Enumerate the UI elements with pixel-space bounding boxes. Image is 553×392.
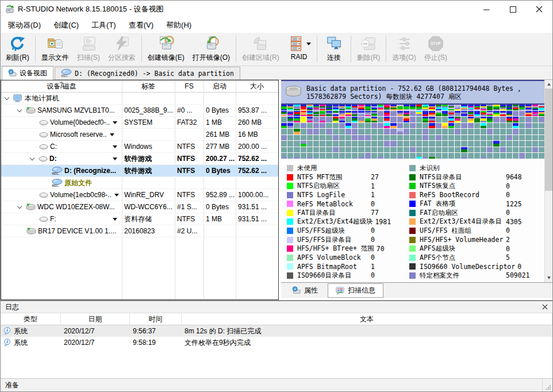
- toolbar-button-S61[interactable]: STOP停止(S): [420, 33, 451, 66]
- scroll-down-icon[interactable]: [545, 274, 552, 282]
- toolbar-button-R00[interactable]: 刷新(R): [2, 33, 33, 66]
- column-header-0[interactable]: 设备/磁盘: [1, 80, 122, 92]
- toolbar-button-E20[interactable]: 创建镜像(E): [144, 33, 189, 66]
- scan-block-map[interactable]: [281, 105, 544, 160]
- raid-icon: [287, 35, 305, 52]
- map-cell: [455, 141, 460, 147]
- panel-tab-0[interactable]: i属性: [285, 284, 325, 297]
- legend-item: 未识别: [409, 164, 540, 173]
- toolbar-button-R30[interactable]: 创建区域(R): [238, 33, 283, 66]
- map-cell: [455, 147, 460, 153]
- map-cell: [365, 129, 371, 134]
- toolbar-button-10[interactable]: 显示文件: [37, 33, 73, 66]
- partition-info-banner: Basic data partition - 752.62 GB (808121…: [281, 80, 544, 105]
- device-row-7[interactable]: REC.原始文件: [1, 177, 278, 189]
- expander-icon[interactable]: [30, 155, 34, 160]
- log-column-header-2[interactable]: 时间: [130, 313, 182, 325]
- dropdown-arrow-icon[interactable]: [113, 218, 117, 221]
- log-row-0[interactable]: i系统2020/12/79:56:378m 12s 的 D: 扫描已完成: [1, 325, 552, 337]
- menu-item-2[interactable]: 工具(T): [85, 18, 122, 33]
- device-row-1[interactable]: SAMSUNG MZVLB1T0...0025_388B_9...#0 ...0…: [1, 105, 278, 117]
- toolbar-button-O21[interactable]: 打开镜像(O): [189, 33, 234, 66]
- dropdown-arrow-icon[interactable]: [113, 157, 117, 160]
- toolbar-button-RAID31[interactable]: RAID: [283, 33, 315, 66]
- map-cell: [461, 117, 467, 122]
- sort-indicator-icon: [59, 81, 64, 83]
- map-cell: [397, 105, 403, 110]
- map-cell: [461, 123, 467, 129]
- device-row-3[interactable]: Microsoft reserve..261 MB16 MB: [1, 129, 278, 141]
- map-cell: [294, 129, 299, 134]
- dropdown-arrow-icon[interactable]: [110, 133, 114, 136]
- expander-icon[interactable]: [17, 203, 22, 208]
- log-column-header-1[interactable]: 日期: [61, 313, 130, 325]
- panel-tab-1[interactable]: 扫描信息: [328, 283, 383, 298]
- view-tab-1[interactable]: REC.D: (Recognized0) -> Basic data parti…: [55, 67, 240, 79]
- menu-item-3[interactable]: 查看(V): [122, 18, 160, 33]
- menu-item-4[interactable]: 帮助(H): [160, 18, 198, 33]
- expander-icon[interactable]: [17, 107, 22, 112]
- log-close-icon[interactable]: [542, 304, 548, 310]
- map-cell: [397, 117, 403, 122]
- toolbar-button-12[interactable]: 分区搜索: [104, 33, 140, 66]
- map-cell: [442, 117, 448, 122]
- log-column-header-0[interactable]: 类型: [1, 313, 61, 325]
- svg-text:i: i: [10, 70, 11, 74]
- toolbar-button-40[interactable]: 连接: [319, 33, 349, 66]
- view-tab-bar: i设备视图REC.D: (Recognized0) -> Basic data …: [1, 66, 552, 80]
- device-row-0[interactable]: 本地计算机: [1, 93, 278, 105]
- dropdown-arrow-icon[interactable]: [113, 121, 117, 124]
- column-header-2[interactable]: FS: [175, 80, 203, 92]
- log-column-header-3[interactable]: 文本: [182, 313, 552, 325]
- resize-grip[interactable]: [543, 379, 552, 391]
- map-cell: [481, 111, 486, 117]
- expander-icon[interactable]: [5, 95, 9, 99]
- legend-color-chip: [409, 174, 416, 180]
- map-cell: [455, 111, 460, 117]
- dropdown-arrow-icon[interactable]: [114, 194, 119, 197]
- column-header-4[interactable]: 大小: [236, 80, 278, 92]
- map-cell: [339, 111, 345, 117]
- device-row-11[interactable]: BR17 DEVICE V1.00 1....20160823#2 U...: [1, 225, 278, 237]
- map-cell: [416, 153, 422, 159]
- toolbar-button-R50[interactable]: 删除(R): [353, 33, 385, 66]
- device-row-10[interactable]: F:资料存储NTFS1 MB931.51 ...: [1, 213, 278, 225]
- menu-item-1[interactable]: 创建(C): [47, 18, 85, 33]
- device-row-5[interactable]: D:软件游戏NTFS200.27 ...752.62 ...: [1, 153, 278, 165]
- map-cell: [461, 141, 467, 147]
- device-row-6[interactable]: REC.D: (Recognize...软件游戏NTFS0 Bytes752.6…: [1, 165, 278, 177]
- map-cell: [525, 105, 531, 110]
- map-cell: [506, 141, 512, 147]
- map-cell: [519, 117, 525, 122]
- map-cell: [378, 111, 383, 117]
- svg-text:REC.: REC.: [52, 172, 60, 175]
- map-cell: [371, 129, 377, 134]
- map-cell: [294, 105, 299, 110]
- view-tab-0[interactable]: i设备视图: [2, 66, 53, 80]
- column-header-3[interactable]: 启动: [203, 80, 236, 92]
- menu-item-0[interactable]: 驱动器(D): [2, 18, 47, 33]
- device-row-8[interactable]: Volume{1ecb0c98-..WinRE_DRVNTFS952.89 ..…: [1, 189, 278, 201]
- minimize-button[interactable]: [473, 1, 500, 18]
- legend-color-chip: [409, 255, 416, 261]
- legend-color-chip: [287, 272, 293, 279]
- map-cell: [326, 129, 332, 134]
- toolbar-button-S11[interactable]: 扫描(S): [73, 33, 104, 66]
- device-row-4[interactable]: C:WindowsNTFS277 MB200.00 ...: [1, 141, 278, 153]
- log-row-1[interactable]: i系统2020/12/79:58:19文件枚举在9秒内完成: [1, 337, 552, 348]
- legend-item: NTFS目录条目9648: [409, 173, 540, 182]
- dropdown-arrow-icon[interactable]: [306, 43, 311, 45]
- map-cell: [487, 105, 493, 110]
- device-row-2[interactable]: Volume{0bedecf0-..SYSTEMFAT321 MB260 MB: [1, 117, 278, 129]
- close-button[interactable]: [526, 1, 552, 18]
- scroll-up-icon[interactable]: [545, 80, 552, 89]
- maximize-button[interactable]: [500, 1, 526, 18]
- scroll-thumb[interactable]: [545, 89, 552, 191]
- log-table-header: 类型日期时间文本: [1, 313, 552, 325]
- column-header-1[interactable]: 标签: [122, 80, 175, 92]
- device-row-9[interactable]: WDC WD10EZEX-08W...WD-WCC6Y6...#1 S...0 …: [1, 201, 278, 213]
- map-cell: [500, 135, 506, 141]
- vertical-scrollbar[interactable]: [544, 80, 552, 282]
- dropdown-arrow-icon[interactable]: [113, 145, 117, 148]
- toolbar-button-O60[interactable]: 选项(O): [388, 33, 420, 66]
